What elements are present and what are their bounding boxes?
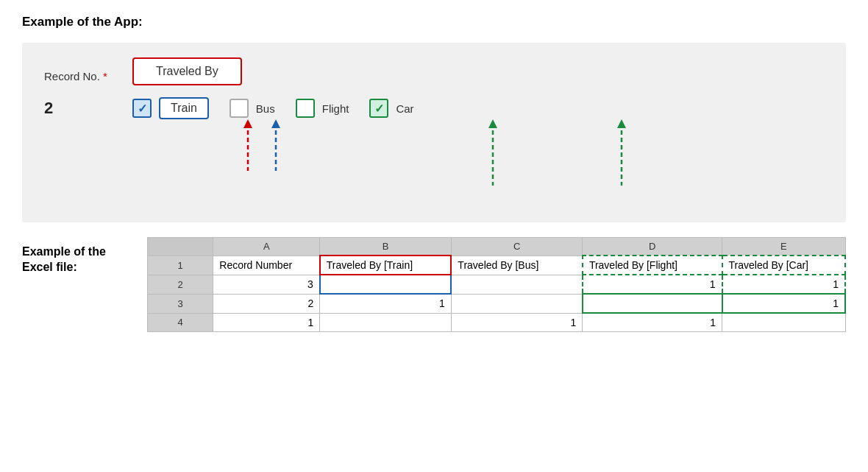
cell-3a: 2: [213, 294, 320, 313]
header-row: Record No. * Traveled By: [44, 57, 824, 85]
svg-marker-1: [243, 119, 252, 128]
checkbox-train[interactable]: ✓: [132, 99, 152, 118]
excel-title: Example of theExcel file:: [22, 237, 147, 275]
cell-4d: 1: [583, 313, 722, 332]
cell-1c: Traveled By [Bus]: [451, 256, 583, 275]
row-num-3: 3: [148, 294, 213, 313]
record-row: 2 ✓ Train Bus Flight ✓: [44, 97, 824, 119]
table-header-row: A B C D E: [148, 238, 846, 256]
col-header-e: E: [722, 238, 845, 256]
cell-4c: 1: [451, 313, 583, 332]
flight-label: Flight: [322, 102, 349, 115]
cell-4b: [320, 313, 452, 332]
row-num-1: 1: [148, 256, 213, 275]
checkboxes-area: ✓ Train Bus Flight ✓ Car: [132, 97, 414, 119]
col-header-c: C: [451, 238, 583, 256]
cell-2a: 3: [213, 275, 320, 294]
excel-table-wrapper: A B C D E 1 Record Number Traveled By [T…: [147, 237, 846, 332]
col-header-d: D: [583, 238, 722, 256]
col-header-index: [148, 238, 213, 256]
record-number: 2: [44, 99, 132, 118]
cell-2b: [320, 275, 452, 294]
cell-3e: 1: [722, 294, 845, 313]
checkbox-bus[interactable]: [230, 99, 249, 118]
checkbox-flight[interactable]: [296, 99, 315, 118]
car-label: Car: [396, 102, 413, 115]
page-container: Example of the App: Record No. * Travele…: [22, 15, 846, 332]
app-section: Record No. * Traveled By 2 ✓ Train: [22, 43, 846, 222]
svg-marker-3: [271, 119, 280, 128]
page-title: Example of the App:: [22, 15, 846, 29]
checkmark-train-icon: ✓: [138, 102, 147, 116]
table-row: 4 1 1 1: [148, 313, 846, 332]
row-num-4: 4: [148, 313, 213, 332]
record-no-label: Record No. *: [44, 70, 132, 85]
col-header-a: A: [213, 238, 320, 256]
arrows-svg: [132, 119, 794, 200]
cell-3d: [583, 294, 722, 313]
checkmark-car-icon: ✓: [374, 102, 384, 116]
svg-marker-7: [617, 119, 626, 128]
cell-3b: 1: [320, 294, 452, 313]
cell-2c: [451, 275, 583, 294]
cell-4a: 1: [213, 313, 320, 332]
checkbox-car[interactable]: ✓: [369, 99, 388, 118]
asterisk: *: [103, 70, 107, 82]
bus-label: Bus: [256, 102, 275, 115]
table-row: 3 2 1 1: [148, 294, 846, 313]
row-num-2: 2: [148, 275, 213, 294]
table-row: 2 3 1 1: [148, 275, 846, 294]
arrows-area: [132, 119, 824, 200]
cell-2e: 1: [722, 275, 845, 294]
cell-3c: [451, 294, 583, 313]
traveled-by-box: Traveled By: [132, 57, 242, 85]
table-row: 1 Record Number Traveled By [Train] Trav…: [148, 256, 846, 275]
excel-table: A B C D E 1 Record Number Traveled By [T…: [147, 237, 846, 332]
svg-marker-5: [488, 119, 497, 128]
cell-1d: Traveled By [Flight]: [583, 256, 722, 275]
cell-1a: Record Number: [213, 256, 320, 275]
cell-1e: Traveled By [Car]: [722, 256, 845, 275]
bottom-section: Example of theExcel file: A B C D E: [22, 237, 846, 332]
cell-4e: [722, 313, 845, 332]
col-header-b: B: [320, 238, 452, 256]
cell-1b: Traveled By [Train]: [320, 256, 452, 275]
train-label-box: Train: [159, 97, 209, 119]
cell-2d: 1: [583, 275, 722, 294]
